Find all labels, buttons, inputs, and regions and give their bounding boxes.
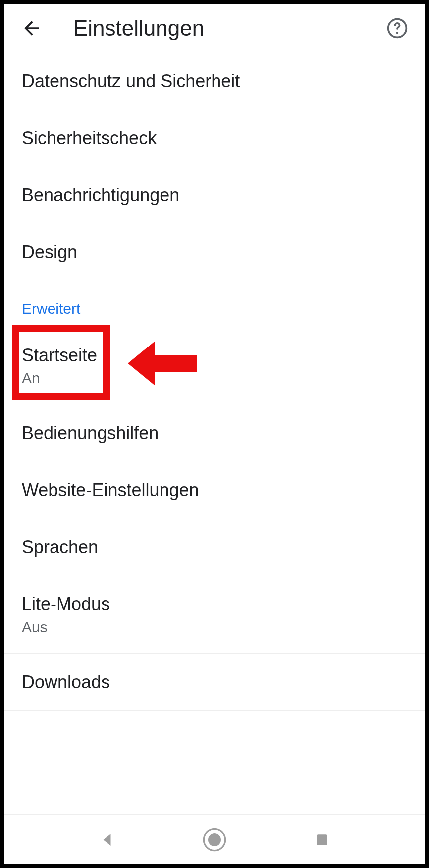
settings-item-privacy[interactable]: Datenschutz und Sicherheit [4,53,425,110]
page-title: Einstellungen [73,16,385,41]
svg-point-3 [208,833,221,846]
settings-list: Datenschutz und Sicherheit Sicherheitsch… [4,53,425,814]
nav-recent-button[interactable] [307,825,337,855]
arrow-left-icon [21,17,43,39]
settings-item-notifications[interactable]: Benachrichtigungen [4,167,425,224]
help-button[interactable] [385,16,409,40]
list-item-label: Downloads [22,672,407,693]
square-recent-icon [314,832,330,848]
settings-item-design[interactable]: Design [4,224,425,281]
list-item-label: Design [22,242,407,263]
help-icon [386,17,408,39]
list-item-label: Startseite [22,345,407,366]
list-item-label: Sicherheitscheck [22,128,407,149]
settings-item-accessibility[interactable]: Bedienungshilfen [4,405,425,462]
list-item-subtitle: An [22,370,407,387]
svg-point-1 [396,32,398,34]
list-item-label: Datenschutz und Sicherheit [22,71,407,92]
triangle-back-icon [98,831,116,849]
back-button[interactable] [20,16,44,40]
list-item-label: Bedienungshilfen [22,423,407,444]
settings-item-security-check[interactable]: Sicherheitscheck [4,110,425,167]
list-item-label: Website-Einstellungen [22,480,407,501]
settings-item-languages[interactable]: Sprachen [4,519,425,576]
list-item-subtitle: Aus [22,619,407,636]
list-item-label: Benachrichtigungen [22,185,407,206]
settings-item-downloads[interactable]: Downloads [4,654,425,711]
android-nav-bar [4,814,425,864]
settings-item-site-settings[interactable]: Website-Einstellungen [4,462,425,519]
svg-rect-4 [317,834,327,845]
settings-item-lite-mode[interactable]: Lite-Modus Aus [4,576,425,654]
circle-home-icon [202,827,227,853]
app-header: Einstellungen [4,4,425,53]
settings-item-homepage[interactable]: Startseite An [4,327,425,405]
nav-home-button[interactable] [200,825,229,855]
list-item-label: Lite-Modus [22,594,407,615]
nav-back-button[interactable] [92,825,122,855]
section-header-advanced: Erweitert [4,281,425,327]
list-item-label: Sprachen [22,537,407,558]
